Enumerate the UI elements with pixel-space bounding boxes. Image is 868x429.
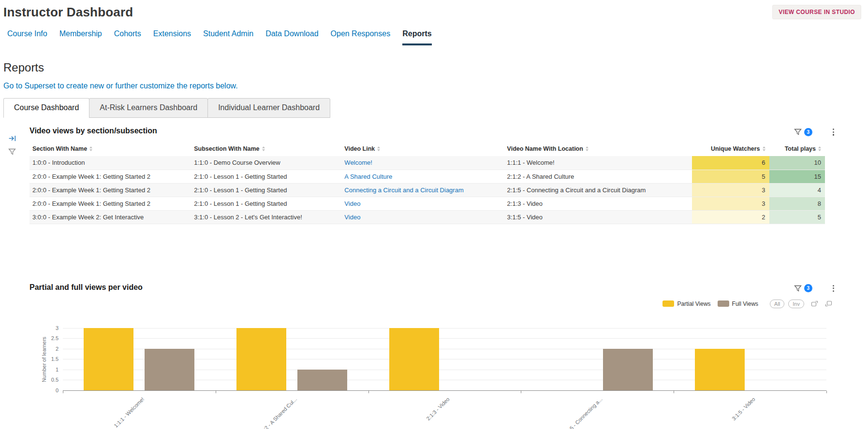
zoom-select-icon[interactable] <box>811 300 818 307</box>
table-row: 2:0:0 - Example Week 1: Getting Started … <box>29 197 825 210</box>
column-header-subsection-with-name[interactable]: Subsection With Name <box>191 142 341 156</box>
y-tick-label: 2 <box>39 346 59 352</box>
table-row: 2:0:0 - Example Week 1: Getting Started … <box>29 183 825 197</box>
cell-section: 1:0:0 - Introduction <box>29 156 191 170</box>
nav-tab-cohorts[interactable]: Cohorts <box>114 29 141 45</box>
course-nav: Course InfoMembershipCohortsExtensionsSt… <box>7 29 868 45</box>
x-axis-line <box>63 390 826 391</box>
bar-partial-views-2-1-2-a-shared-cul[interactable] <box>236 328 286 390</box>
expand-filters-icon[interactable] <box>8 134 16 143</box>
kebab-menu-icon[interactable] <box>830 284 837 293</box>
top-header: Instructor Dashboard VIEW COURSE IN STUD… <box>0 0 868 20</box>
cell-video-name: 2:1:5 - Connecting a Circuit and a Circu… <box>504 183 692 197</box>
chart-filter-control[interactable]: 3 <box>794 284 812 292</box>
cell-video-name: 1:1:1 - Welcome! <box>504 156 692 170</box>
chart-filter-control[interactable]: 3 <box>794 128 812 136</box>
cell-video-link: Video <box>341 210 504 224</box>
filter-funnel-icon[interactable] <box>8 148 16 156</box>
cell-video-name: 2:1:2 - A Shared Culture <box>504 170 692 183</box>
funnel-icon <box>794 285 802 292</box>
video-link[interactable]: Welcome! <box>344 159 372 166</box>
x-category-label: 2:1:2 - A Shared Cul... <box>257 396 298 429</box>
bar-full-views-1-1-1-welcome[interactable] <box>145 349 194 390</box>
cell-unique-watchers: 2 <box>692 210 769 224</box>
cell-video-name: 3:1:5 - Video <box>504 210 692 224</box>
table-header-row: Section With NameSubsection With NameVid… <box>29 142 825 156</box>
x-category-label: 2:1:5 - Connecting a... <box>562 396 603 429</box>
partial-full-views-card: Partial and full views per video 3 Parti… <box>23 278 861 429</box>
cell-subsection: 3:1:0 - Lesson 2 - Let's Get Interactive… <box>191 210 341 224</box>
sort-icon <box>89 146 92 151</box>
cell-total-plays: 10 <box>769 156 825 170</box>
nav-tab-data-download[interactable]: Data Download <box>265 29 318 45</box>
view-course-in-studio-button[interactable]: VIEW COURSE IN STUDIO <box>772 5 861 19</box>
video-views-table: Section With NameSubsection With NameVid… <box>29 142 825 224</box>
page-title: Instructor Dashboard <box>3 5 133 20</box>
bar-partial-views-1-1-1-welcome[interactable] <box>84 328 133 390</box>
video-link[interactable]: Video <box>344 200 360 207</box>
y-tick-label: 1.5 <box>39 356 59 362</box>
cell-unique-watchers: 5 <box>692 170 769 183</box>
column-header-total-plays[interactable]: Total plays <box>769 142 825 156</box>
sort-icon <box>262 146 265 151</box>
video-link[interactable]: Video <box>344 214 360 221</box>
cell-section: 3:0:0 - Example Week 2: Get Interactive <box>29 210 191 224</box>
bar-partial-views-2-1-3-video[interactable] <box>389 328 439 390</box>
tab-at-risk-learners-dashboard[interactable]: At-Risk Learners Dashboard <box>89 98 208 118</box>
legend-swatch <box>718 300 729 307</box>
bar-full-views-2-1-5-connecting-a[interactable] <box>603 349 653 390</box>
cell-section: 2:0:0 - Example Week 1: Getting Started … <box>29 197 191 210</box>
column-header-video-name-with-location[interactable]: Video Name With Location <box>504 142 692 156</box>
nav-tab-extensions[interactable]: Extensions <box>153 29 191 45</box>
nav-tab-student-admin[interactable]: Student Admin <box>203 29 253 45</box>
bar-partial-views-3-1-5-video[interactable] <box>695 349 745 390</box>
x-axis-tick <box>826 391 827 393</box>
x-category-label: 1:1:1 - Welcome! <box>113 396 145 429</box>
legend-label: Partial Views <box>677 300 710 307</box>
video-link[interactable]: Connecting a Circuit and a Circuit Diagr… <box>344 186 463 194</box>
cell-unique-watchers: 3 <box>692 183 769 197</box>
cell-total-plays: 4 <box>769 183 825 197</box>
gridline <box>63 328 826 329</box>
column-header-video-link[interactable]: Video Link <box>341 142 504 156</box>
tab-individual-learner-dashboard[interactable]: Individual Learner Dashboard <box>207 98 330 118</box>
legend-item-full-views[interactable]: Full Views <box>718 300 758 307</box>
zoom-reset-icon[interactable] <box>825 300 832 307</box>
column-header-section-with-name[interactable]: Section With Name <box>29 142 191 156</box>
nav-tab-membership[interactable]: Membership <box>59 29 102 45</box>
nav-tab-course-info[interactable]: Course Info <box>7 29 47 45</box>
nav-tab-reports[interactable]: Reports <box>402 29 431 45</box>
column-header-unique-watchers[interactable]: Unique Watchers <box>692 142 769 156</box>
cell-subsection: 2:1:0 - Lesson 1 - Getting Started <box>191 197 341 210</box>
legend-all-button[interactable]: All <box>770 300 784 308</box>
x-axis-tick <box>368 391 369 393</box>
nav-tab-open-responses[interactable]: Open Responses <box>331 29 391 45</box>
superset-link[interactable]: Go to Superset to create new or further … <box>3 82 868 90</box>
sort-icon <box>377 146 380 151</box>
cell-video-link: Connecting a Circuit and a Circuit Diagr… <box>341 183 504 197</box>
chart-card-title: Partial and full views per video <box>29 278 861 292</box>
bar-full-views-2-1-2-a-shared-cul[interactable] <box>297 370 347 390</box>
video-views-card-title: Video views by section/subsection <box>29 122 861 135</box>
y-tick-label: 3 <box>39 325 59 331</box>
cell-section: 2:0:0 - Example Week 1: Getting Started … <box>29 170 191 183</box>
x-category-label: 3:1:5 - Video <box>731 396 756 421</box>
gridline <box>63 338 826 339</box>
legend-inv-button[interactable]: Inv <box>788 300 804 308</box>
table-row: 1:0:0 - Introduction1:1:0 - Demo Course … <box>29 156 825 170</box>
cell-total-plays: 8 <box>769 197 825 210</box>
chart-legend-row: Partial ViewsFull Views AllInv <box>29 299 861 309</box>
tab-course-dashboard[interactable]: Course Dashboard <box>3 98 89 118</box>
legend-item-partial-views[interactable]: Partial Views <box>662 300 710 307</box>
kebab-menu-icon[interactable] <box>830 128 837 137</box>
legend-swatch <box>662 300 674 307</box>
cell-subsection: 2:1:0 - Lesson 1 - Getting Started <box>191 170 341 183</box>
filter-count-badge: 3 <box>804 128 812 136</box>
cell-video-link: A Shared Culture <box>341 170 504 183</box>
cell-unique-watchers: 6 <box>692 156 769 170</box>
video-link[interactable]: A Shared Culture <box>344 173 392 180</box>
table-row: 3:0:0 - Example Week 2: Get Interactive3… <box>29 210 825 224</box>
cell-subsection: 2:1:0 - Lesson 1 - Getting Started <box>191 183 341 197</box>
reports-heading: Reports <box>3 61 868 74</box>
funnel-icon <box>794 128 802 136</box>
